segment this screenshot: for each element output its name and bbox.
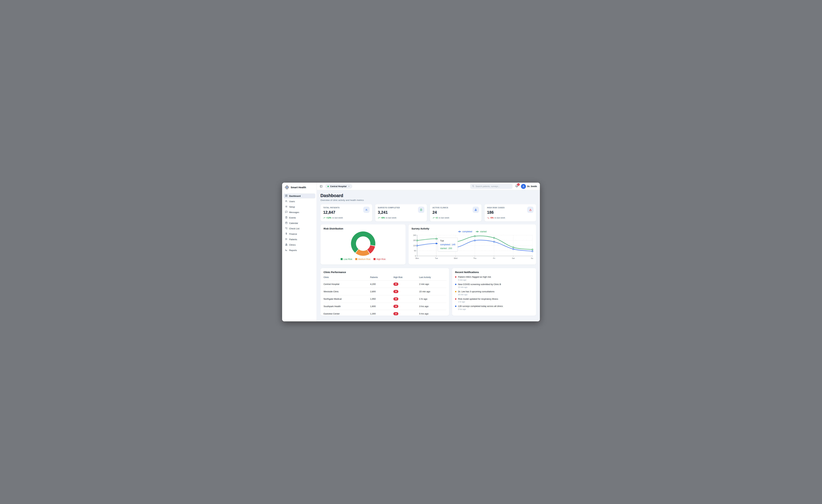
notification-dot xyxy=(455,284,456,285)
stat-left: ACTIVE CLINICS 24 +2vs last week xyxy=(433,206,449,219)
high-risk-badge: 28 xyxy=(393,298,398,301)
stat-left: TOTAL PATIENTS 12,847 +12%vs last week xyxy=(323,206,343,219)
users-icon xyxy=(285,200,288,203)
legend-label: Medium Risk xyxy=(358,258,371,261)
cell-clinic: Southpark Health xyxy=(324,303,370,310)
clinic-performance-table: ClinicPatientsHigh RiskLast Activity Cen… xyxy=(324,275,446,317)
sidebar-item-patients[interactable]: Patients xyxy=(284,237,315,242)
sidebar-item-setup[interactable]: Setup xyxy=(284,204,315,209)
topbar-right: 3 Dr. Smith xyxy=(470,184,537,189)
sidebar-item-users[interactable]: Users xyxy=(284,199,315,204)
legend-item-medium-risk[interactable]: Medium Risk xyxy=(355,258,371,261)
search-box[interactable] xyxy=(470,184,513,189)
stat-card-surveys-completed: SURVEYS COMPLETED 3,241 +8%vs last week xyxy=(375,204,427,221)
svg-text:60: 60 xyxy=(414,250,416,252)
table-row[interactable]: Central Hospital 4,200 45 2 min ago xyxy=(324,281,446,288)
notifications-card-title: Recent Notifications xyxy=(455,271,533,274)
risk-donut-chart[interactable] xyxy=(351,231,375,256)
sidebar-item-label: Reports xyxy=(289,249,297,251)
stat-card-total-patients: TOTAL PATIENTS 12,847 +12%vs last week xyxy=(320,204,372,221)
table-row[interactable]: Eastview Center 1,300 12 5 hrs ago xyxy=(324,310,446,318)
svg-text:240: 240 xyxy=(413,234,416,236)
sidebar-item-dashboard[interactable]: Dashboard xyxy=(284,193,315,198)
chart-tooltip: Tue completed : 145started : 200 xyxy=(438,238,458,251)
notification-body: Dr. Lee has 3 upcoming consultations 30 … xyxy=(458,290,494,296)
dollar-icon xyxy=(285,232,288,235)
sidebar-item-messages[interactable]: Messages xyxy=(284,210,315,215)
survey-line-chart[interactable]: 060120180240MonTueWedThuFriSatSun Tue co… xyxy=(411,233,533,263)
legend-swatch xyxy=(374,258,376,260)
search-input[interactable] xyxy=(476,185,511,187)
series-legend-label: completed xyxy=(462,230,472,233)
notification-time: 30 min ago xyxy=(458,294,494,296)
svg-text:180: 180 xyxy=(413,239,416,241)
stat-card-high-risk-cases: HIGH RISK CASES 186 -5%vs last week xyxy=(484,204,536,221)
cell-clinic: Central Hospital xyxy=(324,281,370,288)
survey-card-title: Survey Activity xyxy=(411,227,533,230)
notification-item[interactable]: Risk model updated for respiratory illne… xyxy=(455,298,533,303)
page-subtitle: Overview of clinic activity and health m… xyxy=(320,199,536,201)
trend-up-icon xyxy=(323,217,325,219)
notification-count-badge: 3 xyxy=(517,183,520,186)
user-name: Dr. Smith xyxy=(527,185,537,187)
charts-row: Risk Distribution Low RiskMedium RiskHig… xyxy=(320,224,536,265)
high-risk-badge: 45 xyxy=(393,283,398,286)
legend-item-low-risk[interactable]: Low Risk xyxy=(341,258,352,261)
cell-high-risk: 18 xyxy=(393,303,419,310)
sidebar-item-calendar[interactable]: Calendar xyxy=(284,220,315,225)
notification-item[interactable]: New COVID screening submitted by Clinic … xyxy=(455,283,533,288)
cell-clinic: Northgate Medical xyxy=(324,295,370,303)
table-row[interactable]: Southpark Health 1,600 18 3 hrs ago xyxy=(324,303,446,310)
sidebar-item-label: Clinics xyxy=(289,243,296,246)
series-marker-icon xyxy=(476,231,479,232)
hospital-selector[interactable]: Central Hospital xyxy=(325,184,352,188)
cell-clinic: Eastview Center xyxy=(324,310,370,318)
clinic-card-title: Clinic Performance xyxy=(324,271,446,274)
stat-label: TOTAL PATIENTS xyxy=(323,206,343,208)
gear-icon xyxy=(285,205,288,208)
sidebar-item-finance[interactable]: Finance xyxy=(284,231,315,236)
tooltip-title: Tue xyxy=(440,239,455,242)
page-title: Dashboard xyxy=(320,193,536,198)
user-menu[interactable]: Dr. Smith xyxy=(521,184,537,189)
sidebar-item-reports[interactable]: Reports xyxy=(284,248,315,253)
page-content: Dashboard Overview of clinic activity an… xyxy=(317,190,540,321)
stat-value: 3,241 xyxy=(378,210,400,215)
sidebar-nav: DashboardUsersSetupMessagesEventsCalenda… xyxy=(282,192,317,254)
bar-chart-icon xyxy=(285,249,288,252)
building-icon xyxy=(473,206,479,213)
stat-delta: -5%vs last week xyxy=(487,217,505,219)
cell-last-activity: 1 hr ago xyxy=(419,295,446,303)
notification-item[interactable]: 128 surveys completed today across all c… xyxy=(455,305,533,310)
svg-text:Wed: Wed xyxy=(454,257,457,259)
checklist-icon xyxy=(285,227,288,230)
table-row[interactable]: Westside Clinic 2,800 32 15 min ago xyxy=(324,288,446,295)
cell-patients: 1,300 xyxy=(370,310,393,318)
cell-clinic: Westside Clinic xyxy=(324,288,370,295)
sidebar: Smart Health DashboardUsersSetupMessages… xyxy=(282,183,317,321)
stats-row: TOTAL PATIENTS 12,847 +12%vs last week S… xyxy=(320,204,536,221)
sidebar-toggle-button[interactable] xyxy=(320,184,323,188)
sidebar-item-events[interactable]: Events xyxy=(284,215,315,220)
notification-body: New COVID screening submitted by Clinic … xyxy=(458,283,501,288)
notifications-list: Patient #4821 flagged as high risk 5 min… xyxy=(455,276,533,310)
series-legend-completed[interactable]: completed xyxy=(458,230,472,233)
sidebar-item-clinics[interactable]: Clinics xyxy=(284,242,315,247)
series-legend-label: started xyxy=(480,230,487,233)
sidebar-item-label: Setup xyxy=(289,206,295,208)
notifications-button[interactable]: 3 xyxy=(515,184,518,188)
stat-left: SURVEYS COMPLETED 3,241 +8%vs last week xyxy=(378,206,400,219)
legend-item-high-risk[interactable]: High Risk xyxy=(374,258,386,261)
table-row[interactable]: Northgate Medical 1,950 28 1 hr ago xyxy=(324,295,446,303)
sidebar-item-label: Messages xyxy=(289,211,299,213)
svg-text:120: 120 xyxy=(413,244,416,246)
notification-item[interactable]: Dr. Lee has 3 upcoming consultations 30 … xyxy=(455,290,533,296)
svg-text:0: 0 xyxy=(415,255,416,257)
notification-item[interactable]: Patient #4821 flagged as high risk 5 min… xyxy=(455,276,533,281)
sidebar-item-check-list[interactable]: Check List xyxy=(284,226,315,231)
series-legend-started[interactable]: started xyxy=(476,230,487,233)
cell-patients: 4,200 xyxy=(370,281,393,288)
topbar: Central Hospital 3 Dr. Smith xyxy=(317,183,540,190)
stat-label: HIGH RISK CASES xyxy=(487,206,505,208)
notification-dot xyxy=(455,291,456,292)
